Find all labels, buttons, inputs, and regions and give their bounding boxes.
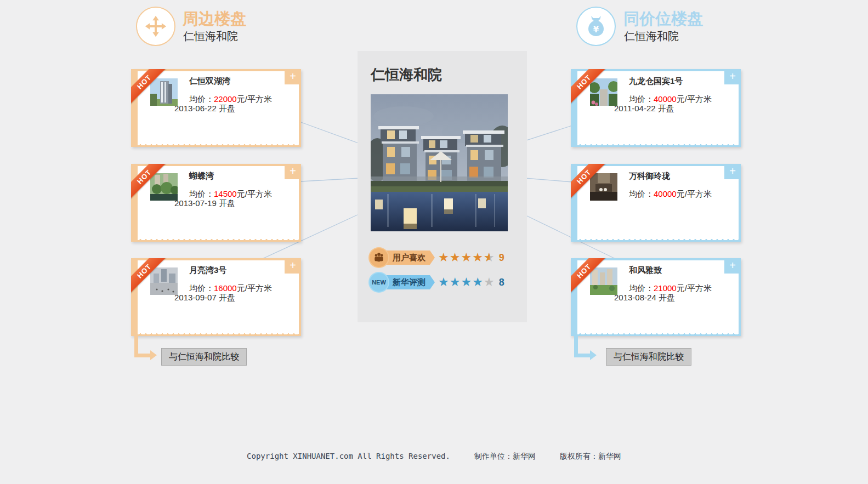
same-price-section-icon-circle: ¥ [576, 7, 616, 46]
add-compare-button[interactable]: + [724, 258, 741, 274]
svg-text:¥: ¥ [593, 25, 599, 35]
property-open-date: 2011-04-22 开盘 [614, 104, 674, 114]
add-compare-button[interactable]: + [724, 69, 741, 84]
property-card[interactable]: 和风雅致 均价：21000元/平方米 2013-08-24 开盘 HOT + [571, 258, 741, 336]
property-open-date: 2013-07-19 开盘 [174, 198, 235, 209]
star-rating: ★★★★★★ [438, 252, 495, 264]
user-likes-rating-row: 用户喜欢 ★★★★★★ 9 [370, 248, 504, 267]
nearby-section-title: 周边楼盘 [183, 8, 246, 30]
compare-arrow [134, 335, 158, 363]
property-name: 和风雅致 [629, 265, 662, 276]
property-price: 均价：40000元/平方米 [629, 189, 712, 200]
card-sawtooth-edge [138, 141, 299, 145]
same-price-section-subtitle: 仁恒海和院 [624, 29, 679, 44]
same-price-section-title: 同价位楼盘 [623, 8, 703, 30]
footer: Copyright XINHUANET.com All Rights Reser… [0, 452, 868, 462]
property-card[interactable]: 蝴蝶湾 均价：14500元/平方米 2013-07-19 开盘 HOT + [131, 164, 301, 242]
add-compare-button[interactable]: + [285, 164, 301, 179]
rating-score: 9 [499, 252, 504, 264]
compare-arrow [574, 335, 598, 363]
property-card[interactable]: 万科御玲珑 均价：40000元/平方米 HOT + [571, 164, 741, 242]
nearby-section-subtitle: 仁恒海和院 [183, 29, 238, 44]
card-sawtooth-edge [577, 331, 739, 334]
property-name: 月亮湾3号 [189, 265, 226, 276]
property-card[interactable]: 九龙仓国宾1号 均价：40000元/平方米 2011-04-22 开盘 HOT … [571, 69, 741, 147]
property-thumbnail [150, 78, 178, 106]
footer-rights: 版权所有：新华网 [560, 452, 621, 462]
users-badge [370, 248, 388, 267]
property-name: 万科御玲珑 [629, 171, 670, 181]
card-sawtooth-edge [138, 331, 299, 334]
xinhua-rating-row: NEW 新华评测 ★★★★★ 8 [370, 273, 504, 292]
property-card[interactable]: 仁恒双湖湾 均价：22000元/平方米 2013-06-22 开盘 HOT + [131, 69, 301, 147]
money-bag-icon: ¥ [583, 13, 609, 39]
center-property-photo [371, 94, 508, 231]
property-thumbnail [150, 173, 178, 201]
property-name: 九龙仓国宾1号 [629, 76, 683, 87]
card-sawtooth-edge [577, 141, 739, 145]
center-property-title: 仁恒海和院 [371, 65, 442, 84]
property-open-date: 2013-09-07 开盘 [174, 293, 235, 303]
move-arrows-icon [143, 14, 168, 39]
users-icon [373, 252, 385, 264]
footer-maker: 制作单位：新华网 [474, 452, 536, 462]
property-thumbnail [590, 78, 617, 106]
property-thumbnail [590, 267, 617, 295]
new-badge: NEW [370, 273, 388, 292]
compare-button-right[interactable]: 与仁恒海和院比较 [606, 348, 691, 366]
center-property-panel: 仁恒海和院 [358, 51, 527, 322]
rating-label: 新华评测 [386, 275, 430, 289]
rating-label: 用户喜欢 [386, 250, 430, 265]
property-name: 仁恒双湖湾 [189, 76, 230, 87]
footer-copyright: Copyright XINHUANET.com All Rights Reser… [247, 452, 450, 462]
card-sawtooth-edge [577, 236, 739, 240]
property-open-date: 2013-08-24 开盘 [614, 293, 675, 303]
nearby-section-icon-circle [136, 7, 175, 46]
rating-score: 8 [499, 277, 504, 288]
card-sawtooth-edge [138, 236, 299, 240]
property-open-date: 2013-06-22 开盘 [174, 104, 235, 114]
property-thumbnail [590, 173, 617, 201]
add-compare-button[interactable]: + [285, 69, 301, 84]
property-name: 蝴蝶湾 [189, 171, 214, 181]
add-compare-button[interactable]: + [285, 258, 301, 274]
property-thumbnail [150, 267, 178, 295]
add-compare-button[interactable]: + [724, 164, 741, 179]
compare-button-left[interactable]: 与仁恒海和院比较 [161, 348, 247, 366]
property-card[interactable]: 月亮湾3号 均价：16000元/平方米 2013-09-07 开盘 HOT + [131, 258, 301, 336]
star-rating: ★★★★★ [438, 276, 495, 288]
